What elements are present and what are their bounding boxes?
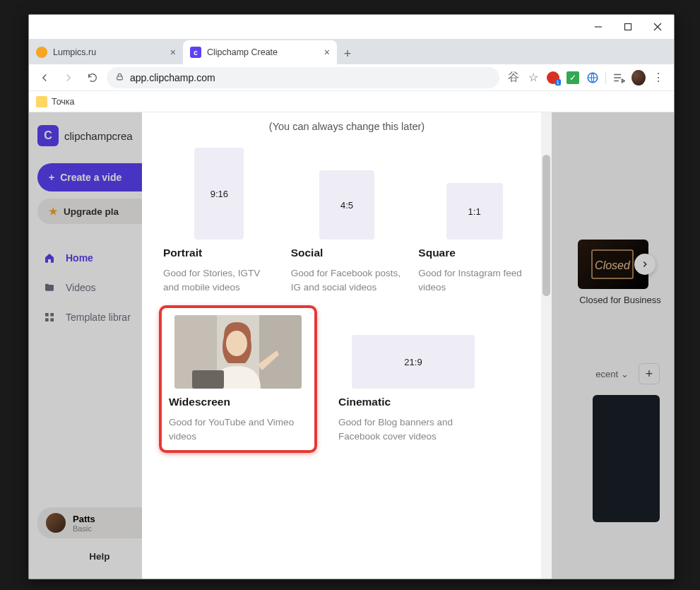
- scrollbar-thumb[interactable]: [542, 155, 550, 296]
- option-desc: Good for Instagram feed videos: [418, 266, 530, 294]
- translate-icon[interactable]: ⾕: [506, 71, 521, 85]
- option-social[interactable]: 4:5 Social Good for Facebook posts, IG a…: [291, 148, 403, 294]
- window-titlebar: [29, 15, 674, 39]
- option-title: Square: [418, 247, 530, 259]
- check-icon[interactable]: ✓: [566, 71, 580, 85]
- tab-label: Clipchamp Create: [207, 47, 319, 57]
- ratio-preview: [174, 315, 302, 389]
- option-desc: Good for Blog banners and Facebook cover…: [338, 415, 488, 443]
- svg-rect-14: [259, 315, 302, 389]
- profile-avatar[interactable]: [631, 71, 646, 85]
- modal-subtitle: (You can always change this later): [142, 112, 552, 148]
- tab-label: Lumpics.ru: [53, 47, 165, 57]
- ratio-preview: 21:9: [352, 335, 475, 389]
- tab-lumpics[interactable]: Lumpics.ru ×: [29, 40, 183, 64]
- svg-point-16: [226, 331, 247, 356]
- window-close-button[interactable]: [646, 18, 670, 36]
- adblock-icon[interactable]: 1: [546, 71, 560, 85]
- option-desc: Good for YouTube and Vimeo videos: [169, 415, 307, 443]
- extension-icons: ⾕ ☆ 1 ✓ ⋮: [504, 71, 668, 85]
- option-title: Widescreen: [169, 396, 307, 408]
- new-tab-button[interactable]: +: [337, 43, 358, 64]
- bookmarks-bar: Точка: [29, 91, 674, 112]
- nav-back-button[interactable]: [35, 68, 54, 88]
- bookmark-folder-icon: [36, 96, 47, 107]
- window-minimize-button[interactable]: [586, 18, 610, 36]
- url-text: app.clipchamp.com: [130, 72, 215, 83]
- option-title: Social: [291, 247, 403, 259]
- omnibox[interactable]: app.clipchamp.com: [107, 67, 499, 88]
- ratio-preview: 1:1: [446, 183, 503, 240]
- option-desc: Good for Facebook posts, IG and social v…: [291, 266, 403, 294]
- nav-reload-button[interactable]: [83, 68, 102, 88]
- option-title: Cinematic: [338, 396, 488, 408]
- tab-strip: Lumpics.ru × c Clipchamp Create × +: [29, 39, 674, 64]
- scrollbar-track[interactable]: [541, 112, 552, 579]
- option-square[interactable]: 1:1 Square Good for Instagram feed video…: [418, 148, 530, 294]
- ratio-modal: (You can always change this later) 9:16 …: [142, 112, 552, 579]
- lock-icon: [115, 72, 124, 83]
- menu-icon[interactable]: ⋮: [651, 71, 665, 85]
- option-title: Portrait: [163, 247, 275, 259]
- svg-rect-4: [117, 76, 123, 79]
- page-content: C clipchampcrea + Create a vide ★ Upgrad…: [29, 112, 674, 579]
- option-portrait[interactable]: 9:16 Portrait Good for Stories, IGTV and…: [163, 148, 275, 294]
- browser-window: Lumpics.ru × c Clipchamp Create × + app.…: [28, 14, 675, 579]
- star-icon[interactable]: ☆: [526, 71, 540, 85]
- favicon: [36, 47, 47, 58]
- svg-rect-1: [625, 24, 631, 30]
- favicon: c: [190, 47, 201, 58]
- address-bar: app.clipchamp.com ⾕ ☆ 1 ✓ ⋮: [29, 64, 674, 91]
- window-maximize-button[interactable]: [616, 18, 640, 36]
- globe-icon[interactable]: [586, 71, 600, 85]
- option-widescreen[interactable]: Widescreen Good for YouTube and Vimeo vi…: [159, 305, 317, 453]
- option-desc: Good for Stories, IGTV and mobile videos: [163, 266, 275, 294]
- bookmark-label[interactable]: Точка: [52, 97, 75, 107]
- ratio-preview: 4:5: [319, 170, 374, 240]
- nav-forward-button[interactable]: [59, 68, 78, 88]
- tab-close-icon[interactable]: ×: [170, 47, 176, 58]
- tab-clipchamp[interactable]: c Clipchamp Create ×: [183, 40, 337, 64]
- option-cinematic[interactable]: 21:9 Cinematic Good for Blog banners and…: [338, 315, 488, 443]
- ratio-preview: 9:16: [194, 148, 244, 240]
- playlist-icon[interactable]: [612, 71, 626, 85]
- tab-close-icon[interactable]: ×: [324, 47, 330, 58]
- svg-rect-17: [192, 370, 224, 389]
